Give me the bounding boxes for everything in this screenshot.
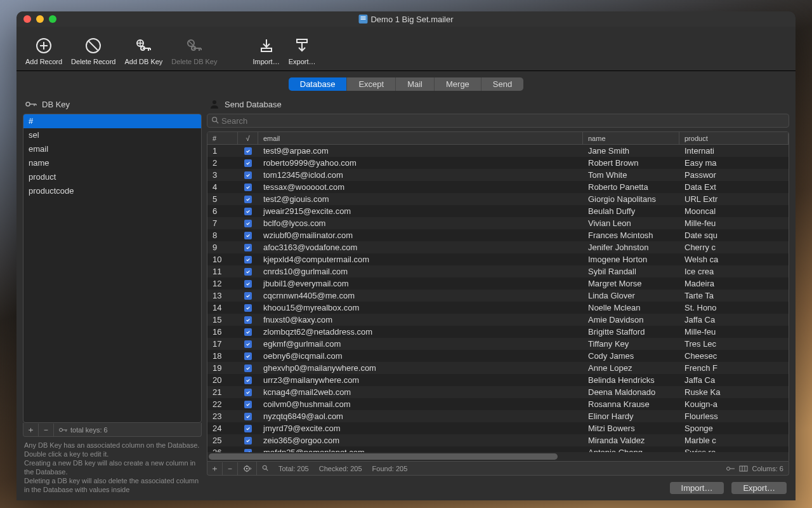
cell-check[interactable] (238, 401, 258, 408)
cell-check[interactable] (238, 389, 258, 396)
table-row[interactable]: 5test2@giouis.comGiorgio NapolitansURL E… (207, 193, 789, 205)
cell-check[interactable] (238, 280, 258, 288)
table-row[interactable]: 21kcnag4@mail2web.comDeena MaldonadoRusk… (207, 386, 789, 398)
cell-check[interactable] (238, 437, 258, 444)
table-row[interactable]: 7bclfo@lycos.comVivian LeonMille-feu (207, 217, 789, 229)
table-row[interactable]: 25zeio365@orgoo.comMiranda ValdezMarble … (207, 434, 789, 446)
checkbox-icon[interactable] (244, 340, 252, 348)
cell-check[interactable] (238, 208, 258, 215)
db-key-item[interactable]: name (23, 156, 201, 170)
checkbox-icon[interactable] (244, 196, 252, 203)
checkbox-icon[interactable] (244, 437, 252, 444)
cell-check[interactable] (238, 352, 258, 360)
add-row-button[interactable]: ＋ (207, 462, 223, 475)
cell-check[interactable] (238, 425, 258, 432)
add-record-button[interactable]: Add Record (22, 29, 66, 69)
table-row[interactable]: 8wziubf0@mailinator.comFrances McintoshD… (207, 229, 789, 241)
col-header-name[interactable]: name (583, 132, 679, 144)
db-key-item[interactable]: product (23, 170, 201, 184)
gear-menu-button[interactable] (238, 462, 257, 475)
checkbox-icon[interactable] (244, 425, 252, 432)
tab-database[interactable]: Database (289, 77, 348, 91)
table-row[interactable]: 3tom12345@iclod.comTom WhitePasswor (207, 169, 789, 181)
cell-check[interactable] (238, 316, 258, 324)
checkbox-icon[interactable] (244, 316, 252, 324)
cell-check[interactable] (238, 256, 258, 264)
checkbox-icon[interactable] (244, 377, 252, 384)
table-row[interactable]: 2roberto9999@yahoo.comRobert BrownEasy m… (207, 157, 789, 169)
horizontal-scrollbar[interactable] (207, 452, 789, 461)
tab-except[interactable]: Except (347, 77, 396, 91)
db-key-item[interactable]: email (23, 142, 201, 156)
cell-check[interactable] (238, 171, 258, 179)
delete-record-button[interactable]: Delete Record (67, 29, 119, 69)
minimize-window-button[interactable] (36, 15, 44, 23)
checkbox-icon[interactable] (244, 244, 252, 251)
cell-check[interactable] (238, 159, 258, 167)
checkbox-icon[interactable] (244, 184, 252, 191)
checkbox-icon[interactable] (244, 352, 252, 360)
tab-merge[interactable]: Merge (435, 77, 481, 91)
table-row[interactable]: 16zlombqzt62@netaddress.comBrigitte Staf… (207, 326, 789, 338)
checkbox-icon[interactable] (244, 147, 252, 155)
close-window-button[interactable] (23, 15, 31, 23)
checkbox-icon[interactable] (244, 292, 252, 300)
table-row[interactable]: 18oebny6@icqmail.comCody JamesCheesec (207, 350, 789, 362)
table-row[interactable]: 19ghexvhp0@mailanywhere.comAnne LopezFre… (207, 362, 789, 374)
db-key-item[interactable]: sel (23, 128, 201, 142)
col-header-check[interactable]: √ (238, 132, 258, 144)
checkbox-icon[interactable] (244, 220, 252, 227)
table-row[interactable]: 9afoc3163@vodafone.comJenifer JohnstonCh… (207, 241, 789, 253)
table-row[interactable]: 20urrz3@mailanywhere.comBelinda Hendrick… (207, 374, 789, 386)
cell-check[interactable] (238, 328, 258, 336)
cell-check[interactable] (238, 147, 258, 155)
cell-check[interactable] (238, 377, 258, 384)
table-row[interactable]: 26mefdn25@nameplanet.comAntonio ChangSwi… (207, 446, 789, 452)
tab-mail[interactable]: Mail (396, 77, 435, 91)
cell-check[interactable] (238, 340, 258, 348)
cell-check[interactable] (238, 268, 258, 276)
remove-row-button[interactable]: － (223, 462, 238, 475)
table-row[interactable]: 23nyzqtq6849@aol.comElinor HardyFlourles… (207, 410, 789, 422)
checkbox-icon[interactable] (244, 159, 252, 167)
import-bottom-button[interactable]: Import… (670, 482, 724, 494)
db-key-list[interactable]: #selemailnameproductproductcode (23, 114, 202, 423)
cell-check[interactable] (238, 244, 258, 251)
search-input[interactable] (221, 116, 785, 126)
cell-check[interactable] (238, 304, 258, 312)
cell-check[interactable] (238, 232, 258, 239)
remove-key-button[interactable]: － (39, 424, 54, 436)
table-row[interactable]: 10kjepxld4@computermail.comImogene Horto… (207, 253, 789, 265)
table-row[interactable]: 13cqcrnnwn4405@me.comLinda GloverTarte T… (207, 290, 789, 302)
checkbox-icon[interactable] (244, 401, 252, 408)
col-header-product[interactable]: product (679, 132, 789, 144)
table-row[interactable]: 12jbubil1@everymail.comMargret MorseMade… (207, 277, 789, 290)
tab-send[interactable]: Send (481, 77, 523, 91)
checkbox-icon[interactable] (244, 280, 252, 288)
checkbox-icon[interactable] (244, 232, 252, 239)
checkbox-icon[interactable] (244, 171, 252, 179)
table-row[interactable]: 11cnrds10@gurlmail.comSybil RandallIce c… (207, 265, 789, 277)
table-row[interactable]: 14khoou15@myrealbox.comNoelle McleanSt. … (207, 302, 789, 314)
cell-check[interactable] (238, 184, 258, 191)
checkbox-icon[interactable] (244, 389, 252, 396)
checkbox-icon[interactable] (244, 208, 252, 215)
add-db-key-button[interactable]: Add DB Key (121, 29, 166, 69)
maximize-window-button[interactable] (49, 15, 56, 23)
export-bottom-button[interactable]: Export… (731, 482, 787, 494)
checkbox-icon[interactable] (244, 256, 252, 264)
table-row[interactable]: 15fnuxst0@kaxy.comAmie DavidsonJaffa Ca (207, 314, 789, 326)
checkbox-icon[interactable] (244, 413, 252, 420)
table-row[interactable]: 22coilvm0@hushmail.comRosanna KrauseKoui… (207, 398, 789, 410)
checkbox-icon[interactable] (244, 328, 252, 336)
search-field[interactable] (207, 114, 789, 128)
cell-check[interactable] (238, 413, 258, 420)
table-row[interactable]: 4tessax@wooooot.comRoberto PanettaData E… (207, 181, 789, 193)
export-button[interactable]: Export… (285, 29, 320, 69)
table-row[interactable]: 17egkmf@gurlmail.comTiffany KeyTres Lec (207, 338, 789, 350)
col-header-email[interactable]: email (258, 132, 583, 144)
col-header-num[interactable]: # (207, 132, 238, 144)
table-body[interactable]: 1test9@arpae.comJane SmithInternati2robe… (207, 145, 789, 452)
cell-check[interactable] (238, 292, 258, 300)
db-key-item[interactable]: productcode (23, 184, 201, 198)
